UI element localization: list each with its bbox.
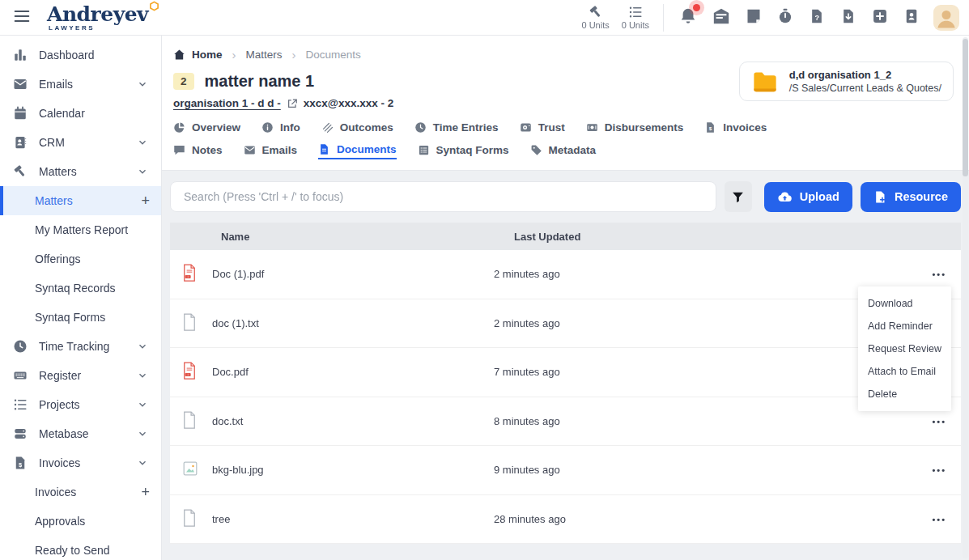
- document-name[interactable]: doc (1).txt: [212, 317, 494, 329]
- sidebar: Dashboard Emails Calendar CRM Matters Ma…: [0, 36, 162, 560]
- sidebar-item-matters[interactable]: Matters: [0, 157, 161, 186]
- table-header-row: Name Last Updated: [170, 223, 961, 250]
- text-file-icon: [181, 312, 198, 332]
- mail-button[interactable]: [711, 6, 732, 29]
- organisation-link[interactable]: organisation 1 - d d -: [173, 97, 281, 109]
- tab-info[interactable]: Info: [261, 121, 300, 136]
- sidebar-label: Dashboard: [39, 49, 95, 62]
- table-row[interactable]: doc (1).txt 2 minutes ago: [170, 299, 961, 349]
- tab-outcomes[interactable]: Outcomes: [321, 121, 393, 136]
- gavel-icon: [589, 5, 603, 19]
- envelope-icon: [13, 77, 28, 91]
- add-matter-button[interactable]: +: [141, 193, 150, 210]
- menu-item-request-review[interactable]: Request Review: [858, 337, 951, 360]
- file-question-icon: ?: [809, 8, 825, 24]
- tab-emails[interactable]: Emails: [244, 143, 298, 159]
- timer-button[interactable]: [776, 6, 795, 28]
- search-input[interactable]: [170, 181, 716, 212]
- bar-chart-icon: [13, 48, 28, 62]
- document-name[interactable]: Doc (1).pdf: [212, 268, 494, 280]
- task-units-label: 0 Units: [622, 20, 649, 30]
- svg-text:$: $: [709, 125, 712, 131]
- breadcrumb-matters[interactable]: Matters: [246, 49, 283, 61]
- sidebar-item-dashboard[interactable]: Dashboard: [0, 40, 161, 70]
- table-row[interactable]: bkg-blu.jpg 9 minutes ago •••: [170, 446, 961, 495]
- sidebar-item-invoices[interactable]: $ Invoices: [0, 448, 161, 477]
- row-actions-button[interactable]: •••: [932, 417, 946, 426]
- tab-invoices[interactable]: $ Invoices: [704, 121, 767, 136]
- tab-overview[interactable]: Overview: [173, 121, 240, 136]
- hamburger-menu-button[interactable]: [10, 4, 34, 31]
- file-help-button[interactable]: ?: [807, 6, 827, 28]
- tab-trust[interactable]: Trust: [520, 121, 565, 136]
- document-icon: [318, 143, 330, 155]
- sidebar-item-matters-list[interactable]: Matters +: [0, 186, 161, 215]
- matter-count-badge: 2: [173, 73, 194, 90]
- table-row[interactable]: Doc (1).pdf 2 minutes ago •••: [170, 250, 961, 299]
- notes-button[interactable]: [744, 6, 763, 28]
- brand-tagline: LAWYERS: [47, 25, 148, 32]
- vertical-scrollbar[interactable]: [963, 37, 968, 558]
- notifications-button[interactable]: [678, 6, 699, 29]
- filter-button[interactable]: [725, 181, 752, 212]
- document-name[interactable]: tree: [212, 513, 494, 525]
- sidebar-item-crm[interactable]: CRM: [0, 128, 161, 157]
- table-row[interactable]: tree 28 minutes ago •••: [170, 495, 961, 545]
- external-link-icon[interactable]: [287, 98, 298, 109]
- row-actions-button[interactable]: •••: [932, 465, 946, 475]
- document-name[interactable]: bkg-blu.jpg: [212, 464, 494, 476]
- document-name[interactable]: Doc.pdf: [212, 366, 494, 378]
- clock-icon: [13, 339, 28, 354]
- sidebar-label: Syntaq Forms: [35, 311, 105, 324]
- row-actions-button[interactable]: •••: [932, 515, 946, 524]
- tab-notes[interactable]: Notes: [173, 143, 223, 159]
- sidebar-label: Invoices: [39, 456, 80, 469]
- sidebar-item-projects[interactable]: Projects: [0, 390, 161, 419]
- row-actions-button[interactable]: •••: [932, 269, 946, 279]
- breadcrumb-home[interactable]: Home: [173, 49, 223, 61]
- brand-logo[interactable]: Andreyev LAWYERS: [47, 4, 159, 32]
- sidebar-item-my-matters-report[interactable]: My Matters Report: [0, 215, 161, 244]
- tab-documents[interactable]: Documents: [318, 143, 397, 159]
- tab-disbursements[interactable]: Disbursements: [586, 121, 684, 136]
- document-name[interactable]: doc.txt: [212, 415, 494, 427]
- sidebar-item-approvals[interactable]: Approvals: [0, 507, 161, 536]
- menu-item-delete[interactable]: Delete: [858, 383, 951, 405]
- sidebar-item-metabase[interactable]: Metabase: [0, 419, 161, 448]
- sidebar-item-time-tracking[interactable]: Time Tracking: [0, 332, 161, 361]
- upload-button[interactable]: Upload: [764, 182, 852, 212]
- folder-icon: [751, 70, 779, 94]
- menu-item-add-reminder[interactable]: Add Reminder: [858, 315, 951, 337]
- file-download-button[interactable]: [839, 6, 858, 28]
- folder-name: d,d organisation 1_2: [789, 69, 941, 81]
- sidebar-item-calendar[interactable]: Calendar: [0, 99, 161, 128]
- tab-syntaq-forms[interactable]: Syntaq Forms: [418, 143, 509, 159]
- add-invoice-button[interactable]: +: [141, 484, 150, 501]
- quick-add-button[interactable]: [870, 6, 890, 28]
- sidebar-item-syntaq-records[interactable]: Syntaq Records: [0, 274, 161, 303]
- matter-units-counter[interactable]: 0 Units: [582, 5, 610, 30]
- matter-folder-card[interactable]: d,d organisation 1_2 /S Sales/Current Le…: [739, 62, 954, 101]
- contacts-button[interactable]: [902, 6, 921, 28]
- sidebar-item-syntaq-forms[interactable]: Syntaq Forms: [0, 303, 161, 332]
- tab-label: Invoices: [723, 121, 767, 134]
- scrollbar-thumb[interactable]: [963, 39, 968, 176]
- tab-time-entries[interactable]: Time Entries: [414, 121, 499, 136]
- document-updated: 7 minutes ago: [494, 366, 916, 378]
- tab-metadata[interactable]: Metadata: [530, 143, 597, 159]
- sidebar-item-register[interactable]: Register: [0, 361, 161, 390]
- menu-item-attach-to-email[interactable]: Attach to Email: [858, 360, 951, 383]
- sidebar-item-emails[interactable]: Emails: [0, 70, 161, 99]
- topbar: Andreyev LAWYERS 0 Units 0 Units: [0, 0, 969, 36]
- sidebar-item-invoices-list[interactable]: Invoices +: [0, 477, 161, 507]
- tab-label: Documents: [337, 143, 397, 155]
- task-units-counter[interactable]: 0 Units: [622, 5, 649, 30]
- user-avatar[interactable]: [933, 5, 959, 31]
- sidebar-item-offerings[interactable]: Offerings: [0, 244, 161, 274]
- table-row[interactable]: doc.txt 8 minutes ago •••: [170, 397, 961, 447]
- table-row[interactable]: Doc.pdf 7 minutes ago: [170, 348, 961, 397]
- sidebar-item-ready-to-send[interactable]: Ready to Send: [0, 536, 161, 560]
- resource-button[interactable]: Resource: [861, 182, 961, 212]
- avatar-person-icon: [934, 6, 958, 30]
- menu-item-download[interactable]: Download: [858, 292, 951, 315]
